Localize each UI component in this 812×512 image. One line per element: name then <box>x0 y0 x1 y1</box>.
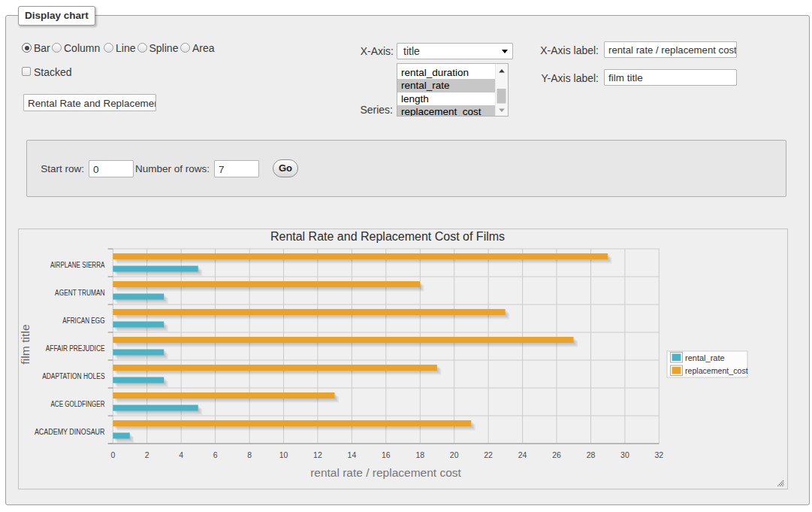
svg-text:6: 6 <box>213 450 218 459</box>
svg-text:8: 8 <box>247 450 252 459</box>
svg-text:replacement_cost: replacement_cost <box>685 366 748 375</box>
svg-text:rental rate / replacement cost: rental rate / replacement cost <box>310 466 461 479</box>
svg-text:30: 30 <box>620 450 629 459</box>
svg-text:12: 12 <box>313 450 322 459</box>
svg-text:28: 28 <box>587 450 596 459</box>
svg-text:0: 0 <box>110 450 115 459</box>
svg-text:AIRPLANE SIERRA: AIRPLANE SIERRA <box>50 261 105 269</box>
svg-text:24: 24 <box>518 450 527 459</box>
svg-text:10: 10 <box>279 450 288 459</box>
svg-text:14: 14 <box>348 450 357 459</box>
svg-text:22: 22 <box>484 450 493 459</box>
svg-text:16: 16 <box>382 450 391 459</box>
svg-text:ACE GOLDFINGER: ACE GOLDFINGER <box>51 400 105 408</box>
svg-text:ADAPTATION HOLES: ADAPTATION HOLES <box>42 372 105 380</box>
svg-text:Rental Rate and Replacement Co: Rental Rate and Replacement Cost of Film… <box>270 230 505 243</box>
svg-text:18: 18 <box>415 450 424 459</box>
svg-text:4: 4 <box>179 450 183 459</box>
svg-text:20: 20 <box>450 450 459 459</box>
svg-text:32: 32 <box>654 450 663 459</box>
svg-text:ACADEMY DINOSAUR: ACADEMY DINOSAUR <box>35 428 105 436</box>
svg-text:26: 26 <box>552 450 561 459</box>
svg-text:AGENT TRUMAN: AGENT TRUMAN <box>55 289 104 297</box>
svg-text:film title: film title <box>20 324 32 365</box>
svg-text:AFFAIR PREJUDICE: AFFAIR PREJUDICE <box>46 344 105 353</box>
svg-text:rental_rate: rental_rate <box>685 353 725 362</box>
svg-text:2: 2 <box>145 450 149 459</box>
svg-text:AFRICAN EGG: AFRICAN EGG <box>62 317 104 325</box>
